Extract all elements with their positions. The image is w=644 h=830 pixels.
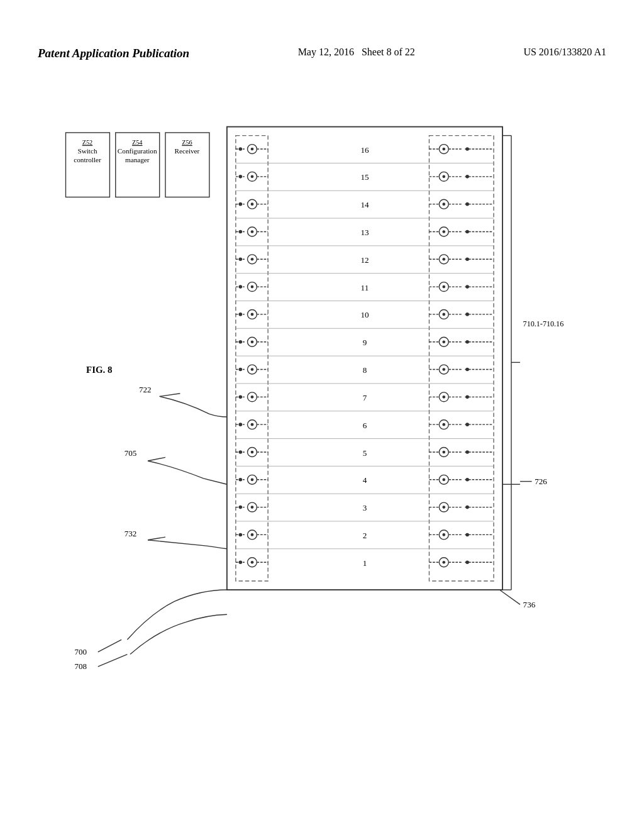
svg-text:Z54: Z54 (132, 139, 143, 146)
svg-line-236 (499, 590, 520, 604)
svg-text:12: 12 (360, 255, 369, 265)
svg-text:8: 8 (363, 365, 367, 375)
svg-text:10: 10 (360, 311, 369, 320)
svg-point-179 (442, 478, 445, 481)
svg-text:9: 9 (363, 338, 367, 347)
sheet-info: May 12, 2016 Sheet 8 of 22 (298, 47, 415, 58)
svg-point-212 (251, 561, 254, 564)
svg-line-227 (160, 394, 180, 397)
patent-number: US 2016/133820 A1 (523, 47, 606, 58)
svg-text:FIG. 8: FIG. 8 (86, 365, 112, 375)
svg-text:736: 736 (523, 600, 536, 609)
svg-text:722: 722 (139, 385, 152, 394)
svg-point-131 (442, 368, 445, 371)
svg-text:14: 14 (360, 200, 369, 209)
svg-point-35 (442, 148, 445, 151)
svg-text:7: 7 (363, 393, 367, 402)
svg-point-56 (251, 202, 254, 206)
svg-text:Z52: Z52 (82, 139, 93, 146)
svg-text:3: 3 (363, 503, 367, 512)
svg-point-176 (251, 478, 254, 481)
svg-point-80 (251, 258, 254, 261)
svg-line-239 (98, 639, 121, 652)
svg-point-191 (442, 506, 445, 509)
svg-text:710.1-710.16: 710.1-710.16 (523, 319, 564, 328)
svg-point-119 (442, 340, 445, 343)
svg-point-44 (251, 175, 254, 179)
svg-text:700: 700 (74, 647, 87, 656)
publication-title: Patent Application Publication (38, 47, 189, 60)
svg-text:708: 708 (74, 661, 87, 671)
svg-text:1: 1 (363, 558, 367, 568)
svg-point-215 (442, 561, 445, 564)
svg-point-107 (442, 313, 445, 316)
svg-text:4: 4 (363, 475, 367, 485)
svg-point-167 (442, 451, 445, 454)
svg-line-231 (148, 537, 165, 540)
svg-text:13: 13 (360, 228, 369, 237)
patent-page: Patent Application Publication May 12, 2… (0, 0, 644, 830)
svg-point-128 (251, 368, 254, 371)
svg-point-116 (251, 340, 254, 343)
svg-rect-14 (429, 136, 494, 581)
svg-text:15: 15 (360, 172, 369, 182)
svg-point-200 (251, 533, 254, 536)
svg-line-229 (148, 457, 165, 461)
svg-point-143 (442, 396, 445, 399)
svg-point-71 (442, 230, 445, 233)
svg-point-47 (442, 175, 445, 179)
svg-text:5: 5 (363, 448, 367, 458)
svg-text:732: 732 (125, 529, 137, 538)
svg-point-83 (442, 258, 445, 261)
svg-point-188 (251, 506, 254, 509)
svg-point-203 (442, 533, 445, 536)
svg-text:6: 6 (363, 421, 367, 430)
svg-text:16: 16 (360, 145, 369, 155)
svg-text:Receiver: Receiver (175, 147, 200, 155)
svg-point-155 (442, 423, 445, 426)
svg-text:2: 2 (363, 531, 367, 540)
svg-text:726: 726 (535, 477, 547, 486)
svg-text:Configuration: Configuration (118, 147, 157, 155)
svg-point-95 (442, 285, 445, 289)
svg-text:705: 705 (125, 449, 137, 458)
page-header: Patent Application Publication May 12, 2… (0, 47, 644, 60)
svg-point-152 (251, 423, 254, 426)
svg-line-241 (98, 655, 128, 667)
svg-point-68 (251, 230, 254, 233)
svg-text:manager: manager (125, 156, 150, 163)
svg-point-92 (251, 285, 254, 289)
figure-8-diagram: Z52 Switch controller Z54 Configuration … (38, 97, 604, 789)
svg-text:controller: controller (74, 156, 101, 163)
svg-point-164 (251, 451, 254, 454)
svg-text:Switch: Switch (77, 147, 97, 155)
svg-point-59 (442, 202, 445, 206)
svg-text:Z56: Z56 (182, 139, 192, 146)
svg-point-32 (251, 148, 254, 151)
svg-point-104 (251, 313, 254, 316)
svg-point-140 (251, 396, 254, 399)
svg-text:11: 11 (361, 283, 369, 292)
